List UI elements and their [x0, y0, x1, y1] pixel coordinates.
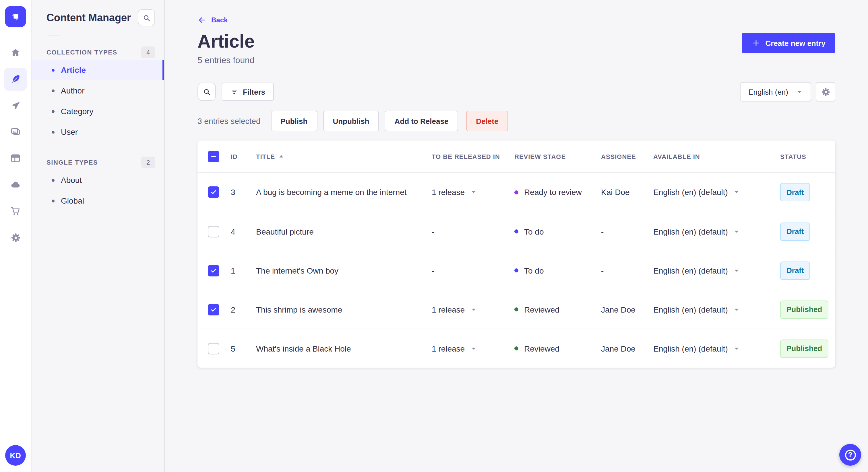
cell-id: 2 — [231, 305, 256, 314]
cell-review-stage: Ready to review — [515, 188, 601, 197]
sidebar-item-about[interactable]: About — [32, 170, 164, 190]
cell-title: The internet's Own boy — [256, 266, 432, 275]
locale-dropdown[interactable]: English (en) (default) — [653, 188, 780, 197]
logo-container — [0, 0, 31, 33]
sidebar-item-article[interactable]: Article — [32, 60, 164, 80]
cell-title: This shrimp is awesome — [256, 305, 432, 314]
status-badge: Draft — [780, 261, 810, 279]
cell-release: - — [432, 266, 515, 275]
check-icon — [210, 267, 217, 274]
sidebar-item-author[interactable]: Author — [32, 81, 164, 100]
table-row[interactable]: 1 The internet's Own boy - To do - Engli… — [197, 250, 835, 290]
nav-media-library-icon[interactable] — [4, 121, 27, 143]
release-dropdown[interactable]: 1 release — [432, 305, 515, 314]
column-header-available-in[interactable]: AVAILABLE IN — [653, 153, 780, 160]
column-header-assignee[interactable]: ASSIGNEE — [601, 153, 653, 160]
table-row[interactable]: 5 What's inside a Black Hole 1 release R… — [197, 329, 835, 368]
nav-settings-gear-icon[interactable] — [4, 226, 27, 249]
cell-assignee: Jane Doe — [601, 305, 653, 314]
cell-review-stage: To do — [515, 227, 601, 236]
rail-footer: KD — [0, 439, 31, 472]
stage-dot-icon — [515, 190, 518, 194]
stage-dot-icon — [515, 307, 518, 311]
selection-summary: 3 entries selected — [197, 116, 260, 126]
table-row[interactable]: 3 A bug is becoming a meme on the intern… — [197, 173, 835, 212]
chevron-down-icon — [734, 307, 739, 312]
release-dropdown[interactable]: 1 release — [432, 344, 515, 353]
back-link[interactable]: Back — [197, 15, 228, 25]
column-header-review-stage[interactable]: REVIEW STAGE — [515, 153, 601, 160]
status-badge: Draft — [780, 222, 810, 241]
table-row[interactable]: 4 Beautiful picture - To do - English (e… — [197, 212, 835, 250]
bullet-icon — [52, 199, 55, 202]
chevron-down-icon — [734, 345, 739, 351]
sort-ascending-icon — [278, 154, 284, 159]
unpublish-button[interactable]: Unpublish — [323, 111, 379, 131]
entries-table: ID TITLE TO BE RELEASED IN REVIEW STAGE … — [197, 140, 835, 368]
strapi-logo[interactable] — [5, 6, 26, 27]
chevron-down-icon — [734, 268, 739, 273]
main-nav-rail: KD — [0, 0, 32, 472]
section-label: SINGLE TYPES — [46, 159, 98, 166]
column-header-id[interactable]: ID — [231, 153, 256, 160]
chevron-down-icon — [470, 345, 476, 351]
view-settings-button[interactable] — [816, 82, 835, 102]
locale-dropdown[interactable]: English (en) (default) — [653, 227, 780, 236]
search-icon — [203, 88, 211, 96]
nav-deploy-cloud-icon[interactable] — [4, 173, 27, 196]
nav-content-manager-icon[interactable] — [4, 68, 27, 91]
bullet-icon — [52, 89, 55, 92]
release-dropdown[interactable]: 1 release — [432, 188, 515, 197]
locale-dropdown[interactable]: English (en) (default) — [653, 266, 780, 275]
plus-icon — [751, 38, 761, 47]
bullet-icon — [52, 110, 55, 113]
section-label: COLLECTION TYPES — [46, 49, 117, 56]
stage-dot-icon — [515, 268, 518, 272]
help-button[interactable]: ? — [839, 444, 861, 466]
select-all-checkbox[interactable] — [208, 150, 219, 162]
publish-button[interactable]: Publish — [271, 111, 317, 131]
locale-dropdown[interactable]: English (en) (default) — [653, 305, 780, 314]
row-checkbox[interactable] — [208, 343, 219, 354]
indeterminate-dash-icon — [210, 153, 217, 160]
cell-id: 5 — [231, 344, 256, 353]
entries-count-text: 5 entries found — [197, 55, 255, 65]
sidebar-item-user[interactable]: User — [32, 122, 164, 142]
sidebar-item-category[interactable]: Category — [32, 102, 164, 121]
search-button[interactable] — [197, 82, 216, 101]
row-checkbox[interactable] — [208, 226, 219, 237]
nav-home-icon[interactable] — [4, 41, 27, 64]
row-checkbox[interactable] — [208, 187, 219, 198]
chevron-down-icon — [734, 229, 739, 234]
locale-dropdown[interactable]: English (en) (default) — [653, 344, 780, 353]
chevron-down-icon — [734, 189, 739, 195]
cell-id: 1 — [231, 266, 256, 275]
gear-icon — [820, 87, 830, 97]
add-to-release-button[interactable]: Add to Release — [384, 111, 458, 131]
row-checkbox[interactable] — [208, 304, 219, 315]
create-new-entry-button[interactable]: Create new entry — [742, 33, 835, 53]
column-header-title[interactable]: TITLE — [256, 153, 432, 160]
bullet-icon — [52, 131, 55, 133]
subnav-search-button[interactable] — [138, 9, 155, 26]
sidebar-item-global[interactable]: Global — [32, 191, 164, 210]
table-row[interactable]: 2 This shrimp is awesome 1 release Revie… — [197, 290, 835, 329]
cell-assignee: Jane Doe — [601, 344, 653, 353]
locale-dropdown[interactable]: English (en) — [740, 82, 811, 102]
cell-title: A bug is becoming a meme on the internet — [256, 188, 432, 197]
cell-id: 3 — [231, 188, 256, 197]
collection-types-count-badge: 4 — [141, 46, 155, 58]
nav-content-type-builder-icon[interactable] — [4, 147, 27, 170]
cell-review-stage: Reviewed — [515, 305, 601, 314]
column-header-status[interactable]: STATUS — [780, 153, 835, 160]
filters-button[interactable]: Filters — [222, 82, 274, 101]
status-badge: Published — [780, 300, 828, 318]
column-header-release[interactable]: TO BE RELEASED IN — [432, 153, 515, 160]
nav-marketplace-cart-icon[interactable] — [4, 200, 27, 223]
cell-title: Beautiful picture — [256, 227, 432, 236]
user-avatar[interactable]: KD — [5, 445, 26, 466]
nav-releases-icon[interactable] — [4, 94, 27, 117]
strapi-logo-icon — [10, 11, 21, 22]
delete-button[interactable]: Delete — [466, 111, 508, 131]
row-checkbox[interactable] — [208, 265, 219, 276]
